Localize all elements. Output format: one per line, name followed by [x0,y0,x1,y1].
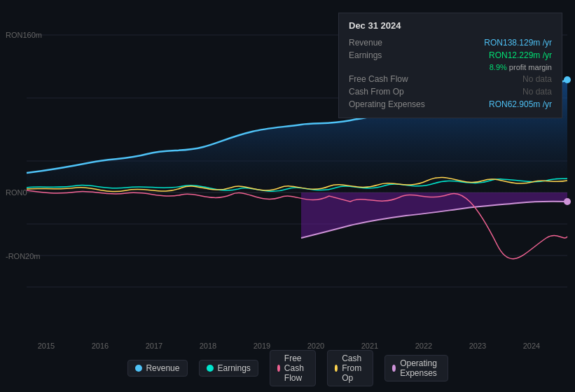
tooltip-label-earnings: Earnings [349,50,440,60]
tooltip-row-margin: 8.9% profit margin [349,62,552,73]
tooltip-value-fcf: No data [522,74,552,84]
x-label-2015: 2015 [38,342,55,350]
tooltip-value-opex: RON62.905m /yr [489,99,552,109]
legend-dot-revenue [134,365,141,372]
tooltip-label-revenue: Revenue [349,38,440,48]
tooltip-value-cashop: No data [522,87,552,97]
tooltip-date: Dec 31 2024 [349,20,552,31]
x-label-2017: 2017 [146,342,162,350]
legend-label-cashop: Cash From Op [342,354,366,383]
legend-label-fcf: Free Cash Flow [284,354,308,383]
x-label-2024: 2024 [523,342,540,350]
y-label-0: RON0 [6,188,27,197]
legend-label-opex: Operating Expenses [400,358,440,378]
x-label-2022: 2022 [415,342,432,350]
tooltip-label-cashop: Cash From Op [349,87,440,97]
x-label-2021: 2021 [361,342,378,350]
tooltip-row-fcf: Free Cash Flow No data [349,73,552,85]
tooltip-value-revenue: RON138.129m /yr [484,38,552,48]
legend-label-earnings: Earnings [217,363,250,373]
legend-label-revenue: Revenue [146,363,179,373]
tooltip-label-opex: Operating Expenses [349,99,440,109]
legend-dot-earnings [206,365,213,372]
y-label-160m: RON160m [6,31,42,39]
legend-dot-cashop [335,365,338,372]
svg-point-9 [564,198,571,205]
x-label-2020: 2020 [307,342,324,350]
legend-item-revenue[interactable]: Revenue [127,360,187,377]
tooltip-row-opex: Operating Expenses RON62.905m /yr [349,98,552,111]
legend-dot-fcf [277,365,280,372]
svg-point-8 [564,76,571,83]
tooltip-row-revenue: Revenue RON138.129m /yr [349,36,552,49]
legend-item-cashop[interactable]: Cash From Op [327,350,373,386]
tooltip-panel: Dec 31 2024 Revenue RON138.129m /yr Earn… [338,13,562,118]
chart-legend: Revenue Earnings Free Cash Flow Cash Fro… [127,350,448,386]
tooltip-row-cashop: Cash From Op No data [349,85,552,98]
tooltip-profit-margin: 8.9% profit margin [490,63,552,71]
legend-item-earnings[interactable]: Earnings [198,360,258,377]
x-label-2018: 2018 [200,342,216,350]
y-label-neg20m: -RON20m [6,252,41,260]
x-label-2016: 2016 [92,342,109,350]
legend-item-opex[interactable]: Operating Expenses [385,355,448,382]
tooltip-row-earnings: Earnings RON12.229m /yr [349,49,552,62]
legend-dot-opex [392,365,396,372]
x-label-2019: 2019 [254,342,270,350]
tooltip-label-fcf: Free Cash Flow [349,74,440,84]
x-label-2023: 2023 [469,342,486,350]
legend-item-fcf[interactable]: Free Cash Flow [270,350,316,386]
tooltip-value-earnings: RON12.229m /yr [489,50,552,60]
